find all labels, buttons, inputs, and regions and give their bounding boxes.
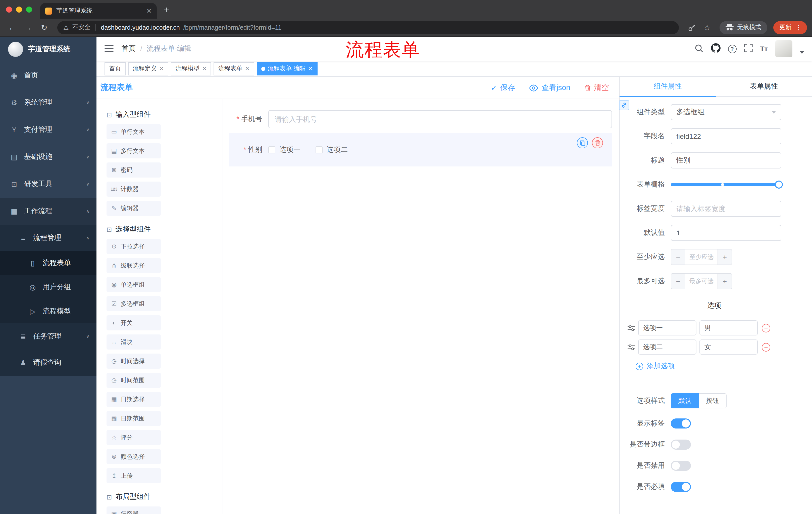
sidebar-item-process-management[interactable]: ≡ 流程管理 ∧: [0, 225, 96, 251]
disabled-switch[interactable]: [671, 461, 691, 471]
sidebar-item-task-management[interactable]: ≣ 任务管理 ∨: [0, 323, 96, 350]
avatar-caret-icon[interactable]: [800, 51, 804, 54]
font-size-icon[interactable]: Tт: [760, 45, 768, 53]
bookmark-star-icon[interactable]: ☆: [704, 23, 710, 32]
component-chip-color-picker[interactable]: ⊚颜色选择: [107, 449, 161, 464]
component-chip-single-text[interactable]: ▭单行文本: [107, 124, 161, 139]
drag-handle-icon[interactable]: [628, 344, 635, 350]
close-icon[interactable]: ✕: [245, 65, 250, 72]
default-value-input[interactable]: [671, 225, 781, 241]
component-chip-slider[interactable]: ↔滑块: [107, 334, 161, 350]
label-width-input[interactable]: [671, 201, 781, 217]
tag-process-definition[interactable]: 流程定义 ✕: [128, 62, 168, 75]
component-chip-time-picker[interactable]: ◷时间选择: [107, 354, 161, 369]
minus-button[interactable]: −: [671, 274, 685, 289]
style-button-button[interactable]: 按钮: [699, 393, 727, 408]
delete-component-button[interactable]: [592, 137, 603, 148]
component-chip-date-picker[interactable]: ▦日期选择: [107, 392, 161, 407]
component-chip-cascader[interactable]: ⋔级联选择: [107, 258, 161, 273]
style-default-button[interactable]: 默认: [671, 393, 699, 408]
component-chip-editor[interactable]: ✎编辑器: [107, 201, 161, 216]
minimize-window-button[interactable]: [16, 6, 22, 12]
back-icon[interactable]: ←: [5, 23, 19, 32]
sidebar-item-process-model[interactable]: ▷ 流程模型: [0, 299, 96, 323]
minus-button[interactable]: −: [671, 249, 685, 265]
tab-form-props[interactable]: 表单属性: [716, 77, 812, 96]
tag-process-form[interactable]: 流程表单 ✕: [214, 62, 254, 75]
close-icon[interactable]: ✕: [159, 65, 164, 72]
component-chip-date-range[interactable]: ▩日期范围: [107, 411, 161, 426]
component-chip-time-range[interactable]: ◶时间范围: [107, 373, 161, 388]
close-window-button[interactable]: [6, 6, 12, 12]
option-value-input[interactable]: [699, 340, 758, 355]
browser-tab[interactable]: 芋道管理系统 ✕: [40, 3, 157, 19]
app-logo[interactable]: 芋道管理系统: [0, 37, 96, 62]
github-icon[interactable]: [711, 43, 720, 54]
browser-menu-icon[interactable]: ⋮: [795, 24, 802, 31]
required-switch[interactable]: [671, 482, 691, 492]
component-chip-checkbox-group[interactable]: ☑多选框组: [107, 296, 161, 311]
update-button[interactable]: 更新 ⋮: [773, 21, 807, 34]
tag-home[interactable]: 首页: [105, 62, 126, 75]
close-icon[interactable]: ✕: [308, 65, 313, 72]
min-select-input[interactable]: [685, 249, 718, 265]
component-chip-multi-text[interactable]: ▤多行文本: [107, 143, 161, 158]
hamburger-icon[interactable]: [105, 45, 114, 52]
tag-process-model[interactable]: 流程模型 ✕: [171, 62, 211, 75]
sidebar-item-user-group[interactable]: ◎ 用户分组: [0, 275, 96, 299]
border-switch[interactable]: [671, 439, 691, 450]
close-tab-icon[interactable]: ✕: [146, 7, 152, 15]
plus-button[interactable]: +: [718, 274, 732, 289]
drag-handle-icon[interactable]: [628, 325, 635, 331]
sidebar-item-system[interactable]: ⚙ 系统管理 ∨: [0, 89, 96, 116]
field-name-input[interactable]: [671, 128, 781, 144]
title-input[interactable]: [671, 153, 781, 168]
clear-button[interactable]: 清空: [584, 83, 609, 92]
view-json-button[interactable]: 查看json: [529, 83, 570, 92]
help-icon[interactable]: ?: [728, 45, 736, 53]
add-option-button[interactable]: + 添加选项: [636, 361, 804, 371]
remove-option-button[interactable]: −: [762, 324, 770, 332]
component-chip-upload[interactable]: ↥上传: [107, 468, 161, 483]
search-icon[interactable]: [694, 44, 703, 54]
fullscreen-icon[interactable]: [744, 44, 752, 54]
sidebar-item-process-form[interactable]: ▯ 流程表单: [0, 251, 96, 275]
sidebar-item-workflow[interactable]: ▦ 工作流程 ∧: [0, 198, 96, 225]
sidebar-item-infrastructure[interactable]: ▤ 基础设施 ∨: [0, 143, 96, 170]
checkbox-icon[interactable]: [268, 146, 276, 154]
canvas-field-gender-selected[interactable]: 性别 选项一 选项二: [229, 133, 612, 166]
max-select-input[interactable]: [685, 274, 718, 289]
gender-option-1[interactable]: 选项一: [268, 145, 300, 154]
component-chip-password[interactable]: ⊠密码: [107, 162, 161, 178]
password-key-icon[interactable]: [688, 23, 696, 31]
address-bar[interactable]: ⚠ 不安全 dashboard.yudao.iocoder.cn/bpm/man…: [57, 21, 678, 34]
new-tab-button[interactable]: +: [164, 4, 169, 16]
link-icon[interactable]: [619, 100, 629, 110]
grid-slider[interactable]: [671, 177, 781, 193]
zoom-window-button[interactable]: [26, 6, 32, 12]
component-chip-select[interactable]: ⊙下拉选择: [107, 239, 161, 254]
gender-option-2[interactable]: 选项二: [316, 145, 348, 154]
sidebar-item-devtools[interactable]: ⊡ 研发工具 ∨: [0, 170, 96, 198]
component-chip-radio-group[interactable]: ◉单选框组: [107, 277, 161, 292]
option-label-input[interactable]: [638, 340, 696, 355]
component-chip-rate[interactable]: ☆评分: [107, 430, 161, 445]
component-type-select[interactable]: 多选框组: [671, 104, 781, 120]
save-button[interactable]: ✓ 保存: [491, 83, 515, 92]
avatar[interactable]: [775, 40, 792, 57]
sidebar-item-home[interactable]: ◉ 首页: [0, 62, 96, 89]
copy-component-button[interactable]: [577, 137, 588, 148]
reload-icon[interactable]: ↻: [37, 23, 51, 32]
plus-button[interactable]: +: [718, 249, 732, 265]
breadcrumb-home[interactable]: 首页: [122, 44, 136, 53]
option-label-input[interactable]: [638, 320, 696, 335]
remove-option-button[interactable]: −: [762, 343, 770, 351]
sidebar-item-payment[interactable]: ¥ 支付管理 ∨: [0, 116, 96, 143]
sidebar-item-leave-query[interactable]: ♟ 请假查询: [0, 350, 96, 376]
show-label-switch[interactable]: [671, 418, 691, 429]
component-chip-switch[interactable]: ◐开关: [107, 315, 161, 330]
forward-icon[interactable]: →: [21, 23, 35, 32]
tag-process-form-edit[interactable]: 流程表单-编辑 ✕: [257, 62, 317, 75]
phone-input[interactable]: [268, 110, 612, 128]
option-value-input[interactable]: [699, 320, 758, 335]
